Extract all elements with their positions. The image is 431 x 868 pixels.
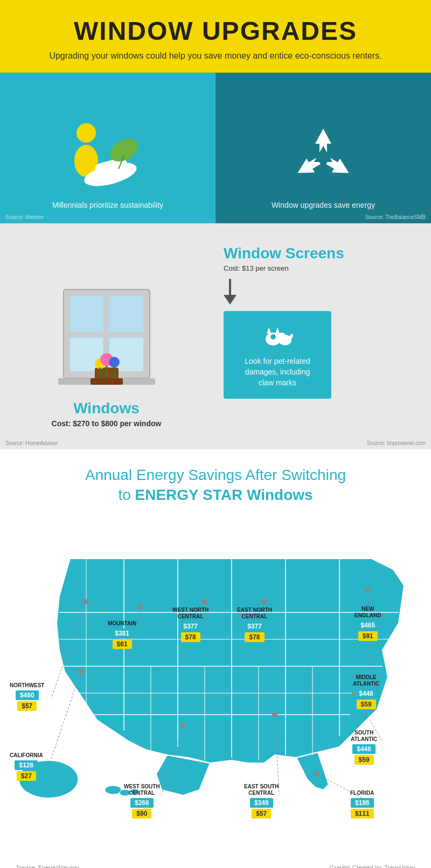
- map-sources: Source: EnergyStar.gov Graphic Created b…: [5, 860, 426, 868]
- energy-section: Annual Energy Savings After Switching to…: [0, 449, 431, 505]
- map-section: NORTHWEST $460 $57 CALIFORNIA $126 $27 M…: [0, 505, 431, 868]
- region-east-north-central: EAST NORTHCENTRAL $377 $78: [237, 607, 272, 642]
- windows-panel: Windows Cost: $270 to $800 per window: [0, 223, 213, 449]
- screens-cost: Cost: $13 per screen: [224, 264, 289, 272]
- map-source-right: Graphic Created by: TransUnion: [330, 864, 415, 868]
- region-florida: FLORIDA $186 $111: [350, 790, 374, 818]
- energy-panel: Window upgrades save energy Source: TheB…: [215, 73, 431, 223]
- gray-section: Windows Cost: $270 to $800 per window Wi…: [0, 223, 431, 449]
- region-south-atlantic: SOUTHATLANTIC $446 $59: [351, 730, 377, 765]
- header-subtitle: Upgrading your windows could help you sa…: [11, 50, 420, 62]
- energy-title: Annual Energy Savings After Switching to…: [11, 465, 420, 505]
- millennials-panel: Millennials prioritize sustainability So…: [0, 73, 215, 223]
- svg-point-48: [105, 786, 121, 794]
- screens-panel: Window Screens Cost: $13 per screen Look: [213, 223, 431, 449]
- map-container: NORTHWEST $460 $57 CALIFORNIA $126 $27 M…: [5, 516, 426, 860]
- region-middle-atlantic: MIDDLEATLANTIC $446 $59: [353, 674, 379, 709]
- svg-line-54: [48, 672, 81, 767]
- svg-rect-10: [70, 333, 143, 337]
- svg-rect-12: [109, 296, 143, 331]
- map-source-left: Source: EnergyStar.gov: [16, 864, 79, 868]
- svg-rect-11: [70, 296, 103, 331]
- gray-source-right: Source: Improvenet.com: [367, 440, 426, 446]
- svg-point-27: [270, 334, 276, 340]
- recycle-icon: [288, 123, 358, 195]
- svg-point-30: [277, 335, 281, 341]
- svg-rect-17: [91, 378, 123, 385]
- region-northwest: NORTHWEST $460 $57: [10, 682, 44, 711]
- header-section: WINDOW UPGRADES Upgrading your windows c…: [0, 0, 431, 73]
- panel-right-source: Source: TheBalanceSMB: [365, 214, 426, 220]
- svg-marker-26: [275, 327, 280, 334]
- panel-left-source: Source: Nielsen: [5, 214, 44, 220]
- svg-marker-6: [314, 146, 332, 162]
- window-illustration: [58, 284, 155, 392]
- windows-cost: Cost: $270 to $800 per window: [52, 419, 162, 428]
- two-panel-section: Millennials prioritize sustainability So…: [0, 73, 431, 223]
- svg-marker-25: [267, 327, 271, 334]
- region-west-north-central: WEST NORTHCENTRAL $377 $78: [172, 607, 208, 642]
- main-title: WINDOW UPGRADES: [11, 16, 420, 46]
- region-mountain: MOUNTAIN $381 $61: [108, 620, 136, 649]
- svg-point-0: [77, 123, 96, 143]
- region-california: CALIFORNIA $126 $27: [10, 752, 43, 781]
- us-map: [5, 516, 426, 817]
- pet-box-label: Look for pet-related damages, including …: [237, 356, 318, 388]
- millennials-label: Millennials prioritize sustainability: [52, 201, 163, 209]
- person-leaf-icon: [65, 118, 151, 195]
- region-west-south-central: WEST SOUTHCENTRAL $266 $90: [124, 784, 160, 818]
- region-new-england: NEWENGLAND $465 $91: [354, 606, 381, 641]
- windows-title: Windows: [73, 400, 140, 417]
- arrow-down-icon: [224, 279, 237, 305]
- gray-source-left: Source: HomeAdvisor: [5, 440, 58, 446]
- energy-label: Window upgrades save energy: [272, 201, 375, 209]
- screens-title: Window Screens: [224, 245, 344, 262]
- region-east-south-central: EAST SOUTHCENTRAL $349 $57: [244, 784, 279, 818]
- pet-box: Look for pet-related damages, including …: [224, 311, 331, 399]
